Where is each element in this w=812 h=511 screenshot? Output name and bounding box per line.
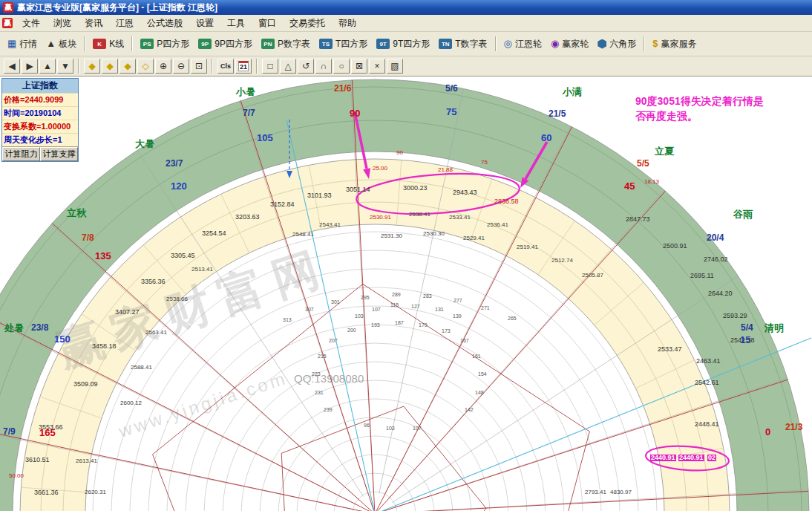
p-square-button[interactable]: PSP四方形: [136, 35, 194, 53]
wheel-label: 223: [312, 371, 321, 377]
drawing-toolbar: ◀▶▲▼◆◆◆◇⊕⊖⊡Cls21□△↺∩○⊠×▧: [0, 56, 812, 77]
wheel-label: 2529.41: [463, 235, 485, 241]
calc-buttons: 计算阻力计算支撑: [2, 146, 78, 161]
pattern-tool-button[interactable]: ▧: [387, 59, 403, 74]
rotate-tool-button[interactable]: ↺: [298, 59, 314, 74]
rect-tool-button[interactable]: □: [262, 59, 278, 74]
window-titlebar[interactable]: 赢 赢家江恩专业版[赢家服务平台] - [上证指数 江恩轮]: [0, 0, 812, 15]
menu-item-4[interactable]: 公式选股: [140, 16, 189, 31]
quote-row-0: 价格=2440.9099: [2, 93, 78, 106]
gann-wheel-canvas[interactable]: 赢家财富网 www.yingjia.com QQ:13908080 907510…: [0, 77, 812, 511]
delete-tool-icon: ⊠: [356, 61, 363, 71]
wheel-label: 20/4: [707, 233, 724, 242]
winner-service-button[interactable]: $赢家服务: [648, 35, 701, 53]
wheel-label: 307: [305, 307, 314, 312]
9t-square-label: 9T四方形: [393, 38, 430, 51]
wheel-label: 3458.18: [92, 343, 117, 350]
wheel-label: 103: [386, 426, 395, 431]
wheel-label: 3305.45: [171, 253, 195, 259]
menu-item-6[interactable]: 工具: [220, 16, 252, 31]
wheel-label: 2548.41: [292, 232, 314, 238]
toolbar-separator: [78, 59, 79, 74]
sectors-icon: ▲: [46, 39, 56, 49]
wheel-label: 7/8: [82, 233, 94, 242]
filter-icon: ▼: [61, 61, 70, 71]
wheel-label: 2563.41: [145, 330, 167, 336]
wheel-label: 96: [364, 423, 370, 428]
hexagon-button[interactable]: 六角形: [593, 35, 641, 53]
sectors-button[interactable]: ▲板块: [42, 35, 81, 53]
select-box-icon: ⊡: [195, 61, 203, 71]
wheel-label: 289: [392, 292, 401, 297]
select-box-button[interactable]: ⊡: [191, 59, 207, 74]
wheel-label: 2543.41: [319, 222, 341, 228]
wheel-label: 2538.41: [409, 212, 430, 218]
menu-item-2[interactable]: 资讯: [78, 16, 109, 31]
menu-item-7[interactable]: 窗口: [252, 16, 283, 31]
app-logo-icon: 赢: [3, 2, 13, 13]
arc-tool-button[interactable]: ∩: [315, 59, 332, 74]
quote-rows: 价格=2440.9099时间=20190104变换系数=1.00000周天变化步…: [2, 93, 78, 146]
menu-item-0[interactable]: 文件: [16, 16, 47, 31]
gann-diamond-2-button[interactable]: ◆: [102, 59, 118, 74]
wheel-label: 2512.74: [551, 258, 573, 264]
9t-square-button[interactable]: 9T9T四方形: [372, 35, 434, 53]
gann-wheel-chart[interactable]: [0, 77, 812, 511]
pattern-tool-icon: ▧: [390, 61, 399, 71]
t-number-table-button[interactable]: TNT数字表: [434, 35, 491, 53]
rotate-tool-icon: ↺: [302, 61, 310, 71]
gann-diamond-3-button[interactable]: ◆: [119, 59, 136, 74]
highlighted-price: 02: [707, 455, 716, 461]
calc-support-button[interactable]: 计算支撑: [40, 147, 78, 161]
filter-button[interactable]: ▼: [57, 59, 73, 74]
annotation-line1: 90度3051得失决定着行情是: [635, 94, 811, 109]
wheel-label: 2600.12: [120, 400, 142, 406]
gann-diamond-1-icon: ◆: [88, 61, 95, 71]
menu-item-8[interactable]: 交易委托: [283, 16, 332, 31]
delete-tool-button[interactable]: ⊠: [351, 59, 367, 74]
winner-wheel-button[interactable]: ◉赢家轮: [546, 35, 593, 53]
back-button[interactable]: ◀: [4, 59, 20, 74]
menu-item-9[interactable]: 帮助: [332, 16, 363, 31]
9p-square-button[interactable]: 9P9P四方形: [194, 35, 257, 53]
circle-tool-button[interactable]: ○: [333, 59, 350, 74]
gann-wheel-button[interactable]: ◎江恩轮: [500, 35, 546, 53]
wheel-label: 2620.31: [85, 489, 106, 495]
menu-item-5[interactable]: 设置: [189, 16, 220, 31]
wheel-label: 2519.41: [517, 244, 538, 250]
kline-button[interactable]: KK线: [88, 35, 128, 53]
quotes-button[interactable]: ▦行情: [3, 35, 42, 53]
cross-tool-button[interactable]: ×: [369, 59, 385, 74]
wheel-label: 立秋: [67, 208, 86, 218]
wheel-label: 135: [95, 251, 111, 261]
wheel-label: 3051.14: [346, 186, 370, 193]
gann-diamond-4-button[interactable]: ◇: [137, 59, 154, 74]
application-window: 赢 赢家江恩专业版[赢家服务平台] - [上证指数 江恩轮] 赢 文件浏览资讯江…: [0, 0, 812, 511]
gann-diamond-1-button[interactable]: ◆: [84, 59, 100, 74]
winner-service-label: 赢家服务: [661, 38, 697, 51]
analyst-annotation: 90度3051得失决定着行情是 否再度走强。: [635, 94, 811, 123]
winner-wheel-label: 赢家轮: [562, 38, 589, 51]
wheel-label: 2695.11: [690, 273, 714, 279]
triangle-tool-button[interactable]: △: [280, 59, 296, 74]
zoom-in-button[interactable]: ⊕: [155, 59, 171, 74]
calendar-button[interactable]: 21: [235, 59, 252, 74]
wheel-label: 2530.30: [423, 231, 445, 237]
wheel-label: 3101.93: [307, 192, 332, 199]
zoom-out-button[interactable]: ⊖: [173, 59, 189, 74]
wheel-label: 2838.58: [494, 198, 519, 205]
wheel-label: 167: [460, 338, 469, 343]
pointer-button[interactable]: ▲: [39, 59, 56, 74]
zoom-out-icon: ⊖: [177, 61, 185, 71]
t-square-button[interactable]: TST四方形: [315, 35, 372, 53]
kline-icon: K: [93, 39, 106, 49]
p-number-table-button[interactable]: PNP数字表: [257, 35, 315, 53]
calc-resistance-button[interactable]: 计算阻力: [2, 147, 40, 161]
wheel-label: 265: [508, 316, 517, 321]
wheel-label: 21/6: [334, 84, 351, 93]
menu-item-1[interactable]: 浏览: [47, 16, 78, 31]
quote-info-panel: 上证指数 价格=2440.9099时间=20190104变换系数=1.00000…: [1, 78, 79, 162]
cls-button[interactable]: Cls: [217, 59, 234, 74]
forward-button[interactable]: ▶: [22, 59, 38, 74]
menu-item-3[interactable]: 江恩: [109, 16, 140, 31]
